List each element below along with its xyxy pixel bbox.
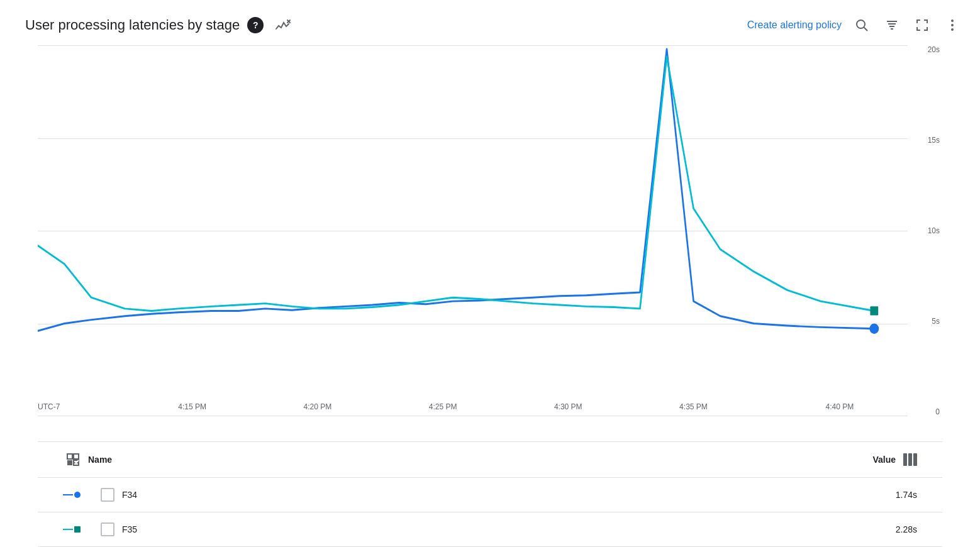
x-label-utc7: UTC-7 bbox=[38, 402, 60, 411]
y-label-15: 15s bbox=[916, 136, 942, 145]
chart-area: 0 5s 10s 15s 20s bbox=[0, 45, 980, 547]
x-label-420: 4:20 PM bbox=[304, 402, 332, 411]
f34-endpoint bbox=[869, 324, 879, 334]
svg-point-9 bbox=[951, 24, 954, 26]
chart-inner: UTC-7 4:15 PM 4:20 PM 4:25 PM 4:30 PM 4:… bbox=[38, 45, 908, 416]
legend-row-f35: F35 2.28s bbox=[38, 512, 942, 547]
legend-row-f34: F34 1.74s bbox=[38, 478, 942, 512]
f35-legend-indicator bbox=[63, 526, 93, 533]
x-label-425: 4:25 PM bbox=[429, 402, 457, 411]
more-options-button[interactable] bbox=[940, 13, 965, 38]
chart-title: User processing latencies by stage bbox=[25, 17, 240, 33]
f35-value: 2.28s bbox=[867, 524, 917, 534]
svg-point-8 bbox=[951, 19, 954, 22]
legend-header: Name Value bbox=[38, 442, 942, 478]
f35-name: F35 bbox=[122, 524, 867, 534]
chart-wrapper: 0 5s 10s 15s 20s bbox=[38, 45, 942, 441]
x-label-430: 4:30 PM bbox=[554, 402, 582, 411]
header-icons bbox=[849, 13, 965, 38]
f34-line bbox=[38, 49, 874, 331]
y-label-10: 10s bbox=[916, 226, 942, 235]
search-button[interactable] bbox=[849, 13, 874, 38]
svg-line-3 bbox=[864, 28, 868, 31]
x-label-415: 4:15 PM bbox=[178, 402, 206, 411]
legend-value-label: Value bbox=[872, 455, 896, 465]
anomaly-detection-icon[interactable] bbox=[274, 16, 291, 34]
legend-name-header: Name bbox=[88, 455, 112, 465]
f34-value: 1.74s bbox=[867, 490, 917, 500]
fullscreen-button[interactable] bbox=[910, 13, 935, 38]
svg-point-10 bbox=[951, 28, 954, 31]
legend-grid-icon[interactable] bbox=[63, 450, 83, 470]
f34-name: F34 bbox=[122, 490, 867, 500]
chart-svg bbox=[38, 45, 908, 416]
svg-point-2 bbox=[857, 20, 865, 28]
x-label-440: 4:40 PM bbox=[826, 402, 854, 411]
f35-checkbox[interactable] bbox=[101, 522, 114, 536]
columns-icon[interactable] bbox=[903, 453, 917, 466]
help-icon[interactable]: ? bbox=[247, 17, 264, 33]
chart-header: User processing latencies by stage ? Cre… bbox=[0, 0, 980, 45]
y-label-5: 5s bbox=[916, 317, 942, 326]
filter-button[interactable] bbox=[879, 13, 905, 38]
svg-rect-11 bbox=[67, 454, 72, 459]
f35-line bbox=[38, 57, 874, 311]
f34-checkbox[interactable] bbox=[101, 488, 114, 502]
y-axis-labels: 0 5s 10s 15s 20s bbox=[911, 45, 942, 416]
main-container: User processing latencies by stage ? Cre… bbox=[0, 0, 980, 547]
f34-legend-indicator bbox=[63, 492, 93, 498]
legend-value-header: Value bbox=[872, 453, 917, 466]
f35-endpoint bbox=[870, 306, 878, 315]
svg-rect-13 bbox=[67, 460, 72, 465]
create-alerting-link[interactable]: Create alerting policy bbox=[747, 19, 842, 31]
x-label-435: 4:35 PM bbox=[679, 402, 708, 411]
y-label-0: 0 bbox=[916, 407, 942, 416]
y-label-20: 20s bbox=[916, 45, 942, 54]
x-axis-labels: UTC-7 4:15 PM 4:20 PM 4:25 PM 4:30 PM 4:… bbox=[38, 391, 873, 416]
svg-rect-12 bbox=[74, 454, 79, 459]
legend-table: Name Value F34 1.74s bbox=[38, 441, 942, 547]
